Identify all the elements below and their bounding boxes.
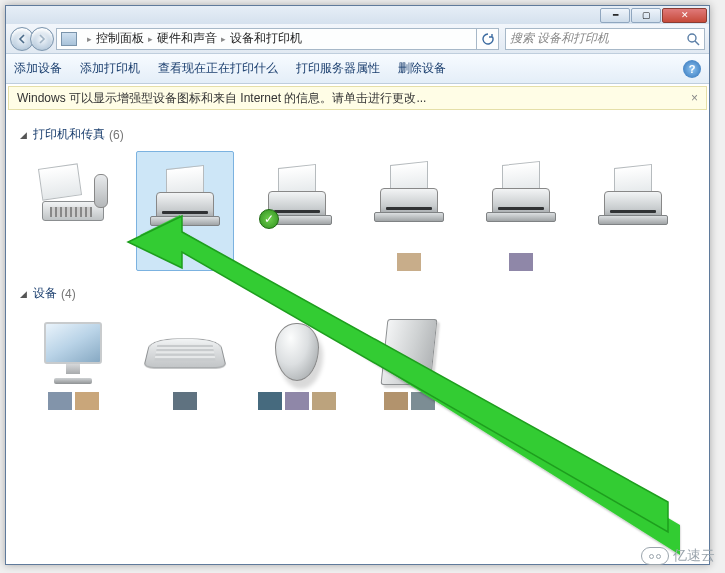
printer-icon xyxy=(150,167,220,222)
device-printer-selected[interactable] xyxy=(136,151,234,271)
collapse-icon: ◢ xyxy=(20,130,27,140)
maximize-button[interactable]: ▢ xyxy=(631,8,661,23)
chevron-right-icon: ▸ xyxy=(221,34,226,44)
info-close-icon[interactable]: × xyxy=(691,91,698,105)
navbar: ▸ 控制面板 ▸ 硬件和声音 ▸ 设备和打印机 搜索 设备和打印机 xyxy=(6,24,709,54)
svg-line-1 xyxy=(695,41,699,45)
refresh-button[interactable] xyxy=(477,28,499,50)
breadcrumb-l2[interactable]: 硬件和声音 xyxy=(157,30,217,47)
watermark-logo-icon xyxy=(641,547,669,565)
forward-button[interactable] xyxy=(30,27,54,51)
search-icon xyxy=(686,32,700,46)
nav-arrows xyxy=(10,27,50,51)
device-keyboard[interactable] xyxy=(136,310,234,430)
help-icon[interactable]: ? xyxy=(683,60,701,78)
devices-items xyxy=(24,310,695,430)
breadcrumb-l3[interactable]: 设备和打印机 xyxy=(230,30,302,47)
printer-icon xyxy=(598,166,668,221)
color-swatch xyxy=(48,392,72,410)
color-swatch xyxy=(75,392,99,410)
info-bar[interactable]: Windows 可以显示增强型设备图标和来自 Internet 的信息。请单击进… xyxy=(8,86,707,110)
view-queue-button[interactable]: 查看现在正在打印什么 xyxy=(158,60,278,77)
pc-icon xyxy=(61,32,77,46)
device-drive[interactable] xyxy=(360,310,458,430)
color-swatch xyxy=(384,392,408,410)
color-swatch xyxy=(285,392,309,410)
monitor-icon xyxy=(38,320,108,384)
collapse-icon: ◢ xyxy=(20,289,27,299)
group-devices-header[interactable]: ◢ 设备 (4) xyxy=(20,285,695,302)
group-printers-header[interactable]: ◢ 打印机和传真 (6) xyxy=(20,126,695,143)
device-printer[interactable] xyxy=(360,151,458,271)
remove-device-button[interactable]: 删除设备 xyxy=(398,60,446,77)
server-props-button[interactable]: 打印服务器属性 xyxy=(296,60,380,77)
watermark: 亿速云 xyxy=(641,547,715,565)
add-device-button[interactable]: 添加设备 xyxy=(14,60,62,77)
chevron-right-icon: ▸ xyxy=(87,34,92,44)
group-title: 打印机和传真 xyxy=(33,126,105,143)
minimize-button[interactable]: ━ xyxy=(600,8,630,23)
close-button[interactable]: ✕ xyxy=(662,8,707,23)
mouse-icon xyxy=(275,323,319,381)
content: ◢ 打印机和传真 (6) ✓ xyxy=(6,112,709,438)
search-input[interactable]: 搜索 设备和打印机 xyxy=(505,28,705,50)
drive-icon xyxy=(381,319,438,385)
printer-icon xyxy=(374,163,444,218)
titlebar: ━ ▢ ✕ xyxy=(6,6,709,24)
device-fax[interactable] xyxy=(24,151,122,271)
device-mouse[interactable] xyxy=(248,310,346,430)
color-swatch xyxy=(509,253,533,271)
info-text: Windows 可以显示增强型设备图标和来自 Internet 的信息。请单击进… xyxy=(17,90,426,107)
add-printer-button[interactable]: 添加打印机 xyxy=(80,60,140,77)
color-swatch xyxy=(312,392,336,410)
color-swatch xyxy=(397,253,421,271)
color-swatch xyxy=(411,392,435,410)
device-printer-default[interactable]: ✓ xyxy=(248,151,346,271)
group-title: 设备 xyxy=(33,285,57,302)
device-monitor[interactable] xyxy=(24,310,122,430)
breadcrumb-l1[interactable]: 控制面板 xyxy=(96,30,144,47)
address-bar[interactable]: ▸ 控制面板 ▸ 硬件和声音 ▸ 设备和打印机 xyxy=(56,28,477,50)
device-printer[interactable] xyxy=(472,151,570,271)
printers-items: ✓ xyxy=(24,151,695,271)
device-printer[interactable] xyxy=(584,151,682,271)
toolbar: 添加设备 添加打印机 查看现在正在打印什么 打印服务器属性 删除设备 ? xyxy=(6,54,709,84)
keyboard-icon xyxy=(143,338,227,368)
group-count: (6) xyxy=(109,128,124,142)
chevron-right-icon: ▸ xyxy=(148,34,153,44)
svg-point-0 xyxy=(688,34,696,42)
fax-icon xyxy=(38,166,108,221)
color-swatch xyxy=(258,392,282,410)
search-placeholder: 搜索 设备和打印机 xyxy=(510,30,609,47)
group-count: (4) xyxy=(61,287,76,301)
watermark-text: 亿速云 xyxy=(673,547,715,565)
printer-icon xyxy=(486,163,556,218)
default-check-icon: ✓ xyxy=(259,209,279,229)
window: ━ ▢ ✕ ▸ 控制面板 ▸ 硬件和声音 ▸ 设备和打印机 搜索 设备和打印机 xyxy=(5,5,710,565)
color-swatch xyxy=(173,392,197,410)
